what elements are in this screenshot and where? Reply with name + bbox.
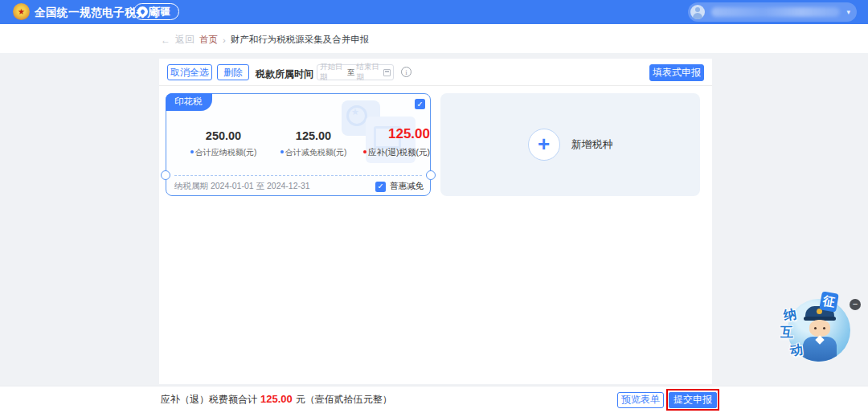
dashed-divider — [174, 175, 422, 176]
info-icon[interactable]: i — [401, 67, 411, 77]
end-date-placeholder[interactable]: 结束日期 — [356, 62, 382, 83]
metric-value: 125.00 — [356, 126, 430, 142]
metric-tax-due: 125.00 应补(退)税额(元) — [356, 126, 430, 158]
national-emblem-logo: ★ — [13, 3, 30, 20]
add-tax-type-card[interactable]: + 新增税种 — [440, 93, 700, 196]
back-arrow-icon: ← — [161, 35, 170, 46]
preview-form-button[interactable]: 预览表单 — [617, 392, 664, 408]
breadcrumb-current: 财产和行为税税源采集及合并申报 — [231, 34, 370, 46]
blue-dot-icon — [190, 150, 194, 153]
date-range-input[interactable]: 开始日期 至 结束日期 — [317, 64, 394, 80]
mascot-char-zheng: 征 — [819, 291, 839, 312]
metric-total-reduction: 125.00 合计减免税额(元) — [269, 129, 358, 158]
delete-button[interactable]: 删除 — [217, 64, 249, 80]
back-button[interactable]: ← 返回 — [161, 33, 194, 47]
ticket-notch-right — [426, 170, 436, 180]
minimize-mascot-button[interactable]: − — [850, 299, 861, 310]
metric-label: 合计减免税额(元) — [269, 147, 358, 158]
tax-period-value: 2024-01-01 至 2024-12-31 — [211, 181, 310, 192]
total-amount: 125.00 — [260, 393, 293, 405]
total-unit: 元（壹佰贰拾伍元整） — [296, 393, 392, 407]
breadcrumb-bar: ← 返回 首页 › 财产和行为税税源采集及合并申报 — [0, 24, 868, 53]
calendar-icon[interactable] — [383, 69, 391, 76]
region-badge[interactable]: 新疆 — [133, 3, 179, 20]
breadcrumb-home-link[interactable]: 首页 — [199, 34, 218, 46]
metric-value: 125.00 — [269, 129, 358, 142]
tax-period-label: 纳税属期 — [174, 181, 208, 192]
back-label: 返回 — [175, 33, 194, 47]
cancel-select-all-button[interactable]: 取消全选 — [167, 64, 212, 80]
user-menu[interactable]: ▾ — [688, 2, 857, 22]
location-pin-icon — [137, 6, 148, 17]
officer-body — [803, 337, 837, 362]
metric-label: 应补(退)税额(元) — [356, 147, 430, 158]
toolbar-divider — [159, 85, 712, 86]
red-dot-icon — [363, 150, 366, 153]
user-name-redacted — [711, 7, 840, 17]
stamp-tax-card[interactable]: 印花税 ✓ 250.00 合计应纳税额(元) 125.00 合计减免税额(元) … — [166, 93, 431, 196]
ticket-notch-left — [161, 170, 170, 180]
breadcrumb-separator: › — [223, 35, 226, 45]
app-header: ★ 全国统一规范电子税务局 新疆 ▾ — [0, 0, 868, 24]
submit-declaration-button[interactable]: 提交申报 — [669, 392, 717, 408]
form-mode-declare-button[interactable]: 填表式申报 — [649, 64, 704, 81]
page-root: ★ 全国统一规范电子税务局 新疆 ▾ ← 返回 首页 › 财产和行为税税源采集及… — [0, 0, 868, 413]
card-bottom-row: 纳税属期 2024-01-01 至 2024-12-31 ✓ 普惠减免 — [174, 181, 424, 192]
mascot-char-dong: 动 — [789, 341, 804, 360]
main-panel: 取消全选 删除 税款所属时间 开始日期 至 结束日期 i 填表式申报 印花税 ✓… — [159, 59, 712, 384]
tax-period-filter-label: 税款所属时间 — [256, 67, 313, 81]
card-select-checkbox[interactable]: ✓ — [415, 99, 425, 109]
mascot-char-na: 纳 — [782, 306, 797, 325]
metric-value: 250.00 — [179, 129, 268, 142]
user-avatar-icon — [690, 5, 705, 19]
plus-icon[interactable]: + — [528, 129, 560, 161]
add-tax-type-label: 新增税种 — [571, 137, 613, 152]
chevron-down-icon[interactable]: ▾ — [846, 8, 850, 16]
benefit-checkbox[interactable]: ✓ — [375, 182, 386, 192]
date-to-label: 至 — [347, 67, 355, 78]
blue-dot-icon — [280, 150, 284, 153]
metric-total-payable: 250.00 合计应纳税额(元) — [179, 129, 268, 158]
submit-highlight-annotation: 提交申报 — [666, 389, 719, 411]
region-name: 新疆 — [151, 5, 170, 18]
tax-type-tag: 印花税 — [166, 93, 212, 111]
total-summary: 应补（退）税费额合计 125.00 元（壹佰贰拾伍元整） — [161, 393, 392, 407]
officer-face — [809, 320, 830, 337]
mascot-widget[interactable]: 征 纳 互 动 − — [774, 288, 864, 366]
benefit-label: 普惠减免 — [390, 181, 424, 192]
total-prefix: 应补（退）税费额合计 — [161, 393, 257, 407]
start-date-placeholder[interactable]: 开始日期 — [320, 62, 346, 83]
benefit-reduction-option[interactable]: ✓ 普惠减免 — [375, 181, 424, 192]
footer-bar: 应补（退）税费额合计 125.00 元（壹佰贰拾伍元整） 预览表单 提交申报 — [0, 386, 868, 413]
mascot-char-hu: 互 — [780, 325, 793, 341]
metric-label: 合计应纳税额(元) — [179, 147, 268, 158]
breadcrumb: 首页 › 财产和行为税税源采集及合并申报 — [199, 34, 369, 46]
